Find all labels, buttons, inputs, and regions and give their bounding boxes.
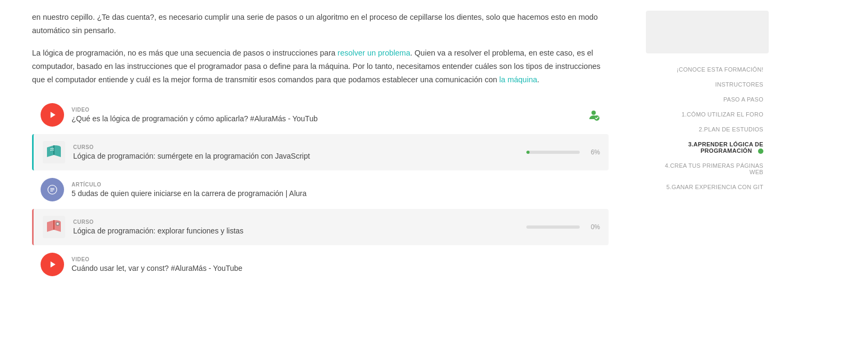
item-text: CURSO Lógica de programación: sumérgete … [73, 144, 310, 161]
sidebar-item-git[interactable]: 5.GANAR EXPERIENCIA CON GIT [646, 180, 769, 194]
active-dot-icon [758, 149, 763, 154]
progress-bar [526, 151, 580, 154]
sidebar: ¡CONOCE ESTA FORMACIÓN! INSTRUCTORES PAS… [641, 0, 779, 359]
list-item: ARTÍCULO 5 dudas de quien quiere iniciar… [32, 171, 609, 208]
item-title[interactable]: Lógica de programación: explorar funcion… [73, 226, 243, 236]
svg-point-7 [57, 223, 59, 225]
progress-fill [526, 151, 530, 154]
sidebar-item-conoce[interactable]: ¡CONOCE ESTA FORMACIÓN! [646, 62, 769, 77]
item-text: ARTÍCULO 5 dudas de quien quiere iniciar… [72, 182, 306, 198]
item-type-label: CURSO [73, 219, 243, 225]
progress-percent: 0% [585, 223, 600, 231]
list-item: CURSO Lógica de programación: explorar f… [32, 209, 609, 245]
list-item: CURSO Lógica de programación: sumérgete … [32, 134, 609, 170]
sidebar-item-plan[interactable]: 2.PLAN DE ESTUDIOS [646, 122, 769, 137]
item-title[interactable]: 5 dudas de quien quiere iniciarse en la … [72, 189, 306, 198]
sidebar-item-logica[interactable]: 3.APRENDER LÓGICA DE PROGRAMACIÓN [646, 137, 769, 158]
item-title[interactable]: Cuándo usar let, var y const? #AluraMás … [72, 263, 242, 273]
sidebar-item-instructores[interactable]: INSTRUCTORES [646, 77, 769, 92]
item-text: VIDEO ¿Qué es la lógica de programación … [72, 107, 318, 123]
svg-marker-0 [51, 112, 56, 118]
list-item: VIDEO Cuándo usar let, var y const? #Alu… [32, 246, 609, 283]
item-meta [587, 108, 600, 121]
item-text: CURSO Lógica de programación: explorar f… [73, 219, 243, 236]
progress-percent: 6% [585, 149, 600, 156]
article-icon-circle [41, 178, 64, 201]
content-list: VIDEO ¿Qué es la lógica de programación … [32, 97, 609, 283]
play-icon-circle [41, 253, 64, 276]
play-icon-circle [41, 103, 64, 127]
progress-bar [526, 225, 580, 229]
item-progress-meta: 0% [526, 223, 600, 231]
item-type-label: CURSO [73, 144, 310, 150]
list-item: VIDEO ¿Qué es la lógica de programación … [32, 97, 609, 133]
item-title[interactable]: ¿Qué es la lógica de programación y cómo… [72, 114, 318, 123]
sidebar-image [646, 11, 769, 53]
item-type-label: ARTÍCULO [72, 182, 306, 188]
book-teal-icon [42, 141, 66, 164]
status-complete-icon [587, 108, 600, 121]
paragraph-1: en nuestro cepillo. ¿Te das cuenta?, es … [32, 11, 609, 37]
sidebar-item-foro[interactable]: 1.CÓMO UTILIZAR EL FORO [646, 107, 769, 122]
book-pink-icon [42, 215, 66, 239]
paragraph-2: La lógica de programación, no es más que… [32, 46, 609, 86]
svg-marker-8 [51, 261, 56, 268]
item-type-label: VIDEO [72, 107, 318, 113]
item-progress-meta: 6% [526, 149, 600, 156]
item-title[interactable]: Lógica de programación: sumérgete en la … [73, 151, 310, 161]
item-text: VIDEO Cuándo usar let, var y const? #Alu… [72, 256, 242, 273]
item-type-label: VIDEO [72, 256, 242, 262]
svg-point-1 [591, 111, 596, 115]
sidebar-item-paso[interactable]: PASO A PASO [646, 92, 769, 107]
main-content: en nuestro cepillo. ¿Te das cuenta?, es … [0, 0, 641, 359]
sidebar-item-paginas[interactable]: 4.CREA TUS PRIMERAS PÁGINAS WEB [646, 158, 769, 180]
